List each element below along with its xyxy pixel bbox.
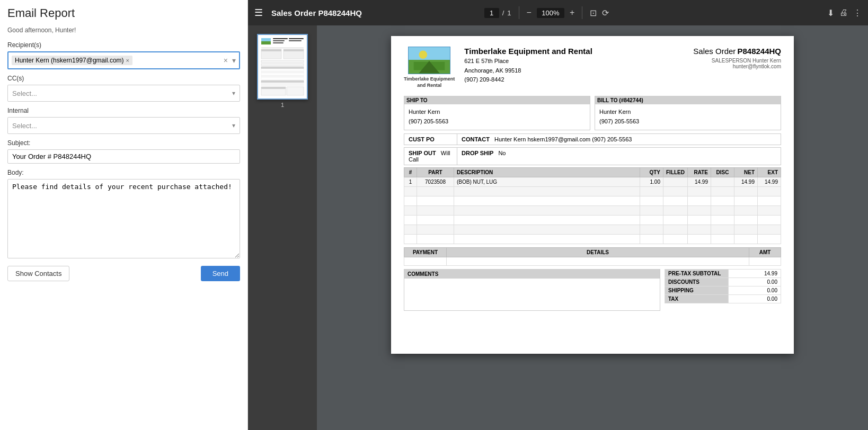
print-icon[interactable]: 🖨 [839,8,848,17]
recipient-tag: Hunter Kern (hskern1997@gmail.com) × [12,56,132,65]
ship-out-label: SHIP OUT [409,150,436,156]
send-button[interactable]: Send [201,266,240,281]
svg-rect-20 [261,77,304,79]
pdf-menu-icon[interactable]: ☰ [254,7,263,19]
cust-po-cell: CUST PO [404,134,457,145]
show-contacts-button[interactable]: Show Contacts [7,266,69,281]
recipient-remove-icon[interactable]: × [126,57,129,64]
recipients-text-input[interactable] [135,57,222,65]
page-total: 1 [507,9,511,17]
ship-to-name: Hunter Kern (907) 205-5563 [409,107,586,126]
svg-rect-5 [273,42,284,43]
col-header-disc: DISC [711,167,734,177]
col-header-desc: DESCRIPTION [454,167,640,177]
drop-ship-cell: DROP SHIP No [457,148,781,165]
col-header-net: NET [734,167,758,177]
recipients-input-container[interactable]: Hunter Kern (hskern1997@gmail.com) × × ▾ [7,51,240,69]
svg-rect-18 [261,73,304,75]
subject-input[interactable] [7,149,240,164]
zoom-in-icon[interactable]: + [570,8,574,17]
sales-order-block: Sales Order P848244HQ SALESPERSON Hunter… [693,47,781,69]
logo-text: Timberlake Equipment and Rental [404,76,455,88]
totals-table: PRE-TAX SUBTOTAL14.99DISCOUNTS0.00SHIPPI… [665,269,781,303]
comments-header: COMMENTS [404,270,660,279]
cust-po-row: CUST PO CONTACT Hunter Kern hskern1997@g… [404,133,781,145]
svg-rect-4 [273,40,285,41]
subject-label: Subject: [7,139,240,147]
greeting-text: Good afternoon, Hunter! [7,26,240,34]
ship-out-cell: SHIP OUT Will Call [404,148,457,165]
totals-row: PRE-TAX SUBTOTAL14.99 [665,269,781,277]
pdf-page-content: Timberlake Equipment and Rental Timberla… [391,36,794,354]
page-separator: / [502,9,504,17]
svg-rect-13 [261,60,304,62]
items-table: # PART DESCRIPTION QTY FILLED RATE DISC … [404,167,781,244]
amt-cell [749,257,781,265]
thumbnail-item-1[interactable]: 1 [257,34,308,108]
salesperson-label: SALESPERSON [712,58,751,64]
totals-row: SHIPPING0.00 [665,286,781,294]
cc-select[interactable]: Select... ▾ [7,85,240,102]
history-icon[interactable]: ⟳ [602,8,609,18]
internal-select[interactable]: Select... ▾ [7,117,240,134]
svg-rect-12 [284,49,304,51]
payment-table: PAYMENT DETAILS AMT [404,247,781,266]
page-number-input[interactable] [484,8,499,18]
table-row-empty [404,186,781,196]
col-header-qty: QTY [640,167,663,177]
zoom-input[interactable] [537,8,564,18]
svg-rect-6 [289,38,304,39]
company-name-block: Timberlake Equipment and Rental 621 E 57… [455,47,693,85]
cc-group: CC(s) Select... ▾ [7,75,240,102]
email-form-panel: Email Report Good afternoon, Hunter! Rec… [0,0,248,430]
col-amt: AMT [749,247,781,257]
salesperson-name: Hunter Kern [752,58,781,64]
ship-to-box: SHIP TO Hunter Kern (907) 205-5563 [404,96,590,130]
payment-row [404,257,781,265]
payment-cell [404,257,447,265]
cc-placeholder: Select... [12,89,232,97]
pdf-header: Timberlake Equipment and Rental Timberla… [404,47,781,88]
salesperson-email: hunter@flyntlok.com [733,64,781,69]
bill-to-box: BILL TO (#842744) Hunter Kern (907) 205-… [595,96,781,130]
internal-placeholder: Select... [12,122,232,130]
svg-rect-8 [261,48,304,48]
download-icon[interactable]: ⬇ [827,8,834,18]
totals-row: TAX0.00 [665,294,781,303]
body-textarea[interactable]: Please find details of your recent purch… [7,179,240,258]
company-logo-block: Timberlake Equipment and Rental [404,47,455,88]
cust-po-label: CUST PO [409,136,435,142]
svg-rect-24 [261,87,286,89]
clear-recipients-icon[interactable]: × [224,56,228,65]
table-row-empty [404,196,781,205]
recipients-dropdown-icon[interactable]: ▾ [232,56,236,65]
svg-rect-22 [261,83,304,86]
drop-ship-value: No [498,150,506,156]
svg-rect-11 [261,49,281,51]
zoom-out-icon[interactable]: − [527,8,532,17]
drop-ship-label: DROP SHIP [462,150,493,156]
svg-rect-21 [261,80,304,83]
so-number: P848244HQ [737,47,781,56]
form-actions: Show Contacts Send [7,266,240,281]
contact-value: Hunter Kern hskern1997@gmail.com (907) 2… [494,136,632,142]
fit-page-icon[interactable]: ⊡ [590,8,597,18]
more-options-icon[interactable]: ⋮ [853,8,862,18]
page-title: Email Report [7,6,240,20]
comments-box: COMMENTS [404,269,660,311]
ship-to-header: SHIP TO [404,96,590,104]
svg-rect-3 [273,38,288,39]
svg-rect-17 [261,71,304,73]
comments-body [404,279,660,310]
page-navigation: / 1 [484,8,511,18]
col-header-filled: FILLED [663,167,688,177]
company-address: 621 E 57th Place Anchorage, AK 99518 (90… [464,57,693,85]
pdf-title: Sales Order P848244HQ [271,8,479,17]
body-label: Body: [7,169,240,176]
payment-header-row: PAYMENT DETAILS AMT [404,247,781,257]
internal-chevron-icon: ▾ [232,122,235,129]
pdf-viewer-panel: ☰ Sales Order P848244HQ / 1 − + ⊡ ⟳ ⬇ 🖨 … [248,0,868,430]
svg-rect-7 [289,40,302,41]
body-group: Body: Please find details of your recent… [7,169,240,258]
svg-point-28 [419,50,428,59]
